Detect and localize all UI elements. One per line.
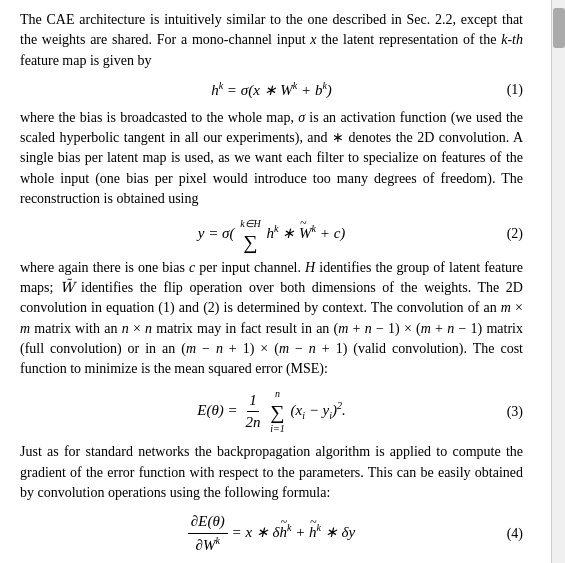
content-area: The CAE architecture is intuitively simi… <box>0 0 551 563</box>
eq3-number: (3) <box>507 402 523 422</box>
page-container: The CAE architecture is intuitively simi… <box>0 0 565 563</box>
eq1-number: (1) <box>507 80 523 100</box>
eq2-content: y = σ( k∈H ∑ hk ∗ ~Wk + c) <box>198 217 346 252</box>
equation-1: hk = σ(x ∗ Wk + bk) (1) <box>20 79 523 102</box>
paragraph-4: Just as for standard networks the backpr… <box>20 442 523 503</box>
paragraph-3: where again there is one bias c per inpu… <box>20 258 523 380</box>
paragraph-1: The CAE architecture is intuitively simi… <box>20 10 523 71</box>
paragraph-2: where the bias is broadcasted to the who… <box>20 108 523 209</box>
scrollbar-thumb[interactable] <box>553 8 565 48</box>
eq1-content: hk = σ(x ∗ Wk + bk) <box>211 79 332 102</box>
eq4-content: ∂E(θ) ∂Wk = x ∗ δ~hk + ~hk ∗ δy <box>188 511 355 557</box>
scrollbar[interactable] <box>551 0 565 563</box>
equation-2: y = σ( k∈H ∑ hk ∗ ~Wk + c) (2) <box>20 217 523 252</box>
eq4-number: (4) <box>507 524 523 544</box>
equation-3: E(θ) = 1 2n n ∑ i=1 (xi − yi)2. (3) <box>20 387 523 436</box>
equation-4: ∂E(θ) ∂Wk = x ∗ δ~hk + ~hk ∗ δy (4) <box>20 511 523 557</box>
eq3-content: E(θ) = 1 2n n ∑ i=1 (xi − yi)2. <box>197 387 345 436</box>
eq2-number: (2) <box>507 224 523 244</box>
